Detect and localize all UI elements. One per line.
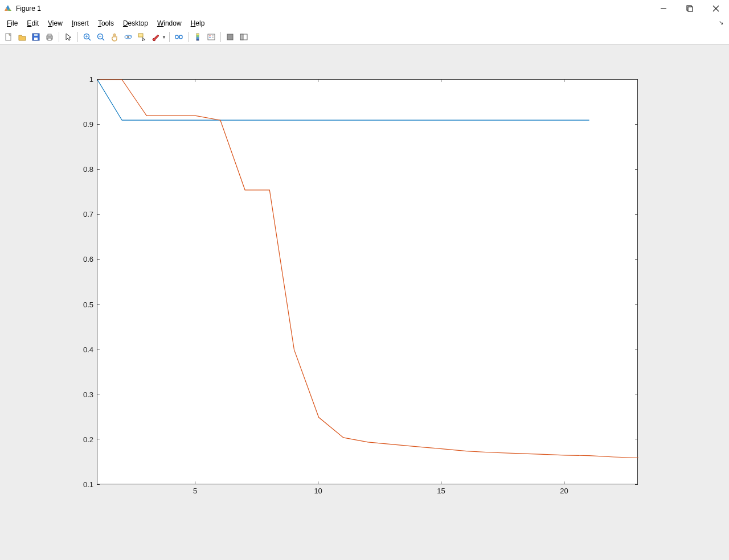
svg-rect-37	[240, 34, 243, 40]
menu-edit[interactable]: Edit	[22, 18, 43, 28]
y-tick-label: 0.5	[71, 300, 93, 308]
x-tick-mark	[564, 79, 564, 82]
plot-lines	[97, 80, 638, 485]
y-tick-label: 0.1	[71, 480, 93, 489]
y-tick-label: 0.9	[71, 120, 93, 129]
toolbar-separator	[59, 32, 59, 42]
brush-button[interactable]	[149, 31, 162, 43]
maximize-button[interactable]	[677, 0, 703, 17]
save-button[interactable]	[30, 31, 42, 43]
y-tick-mark	[635, 169, 638, 170]
y-tick-label: 0.4	[71, 345, 93, 353]
toolbar-separator	[77, 32, 78, 42]
toolbar-separator	[188, 32, 189, 42]
svg-rect-7	[34, 38, 38, 40]
y-tick-mark	[97, 79, 100, 80]
toolbar: ▼	[0, 30, 729, 45]
x-tick-label: 15	[430, 487, 453, 495]
menu-view[interactable]: View	[43, 18, 67, 28]
y-tick-label: 1	[71, 75, 93, 84]
y-tick-mark	[635, 79, 638, 80]
svg-rect-26	[196, 34, 199, 35]
y-tick-mark	[97, 259, 100, 260]
y-tick-label: 0.3	[71, 390, 93, 398]
svg-point-20	[127, 36, 129, 38]
y-tick-mark	[97, 169, 100, 170]
zoom-out-button[interactable]	[95, 31, 107, 43]
x-tick-mark	[195, 481, 195, 484]
svg-line-13	[88, 38, 91, 40]
y-tick-label: 0.8	[71, 165, 93, 174]
svg-rect-8	[34, 34, 38, 36]
y-tick-mark	[97, 349, 100, 349]
x-tick-label: 10	[307, 487, 330, 495]
toolbar-chevron-icon[interactable]: ↘	[719, 19, 723, 26]
svg-rect-28	[196, 37, 199, 39]
svg-rect-21	[138, 34, 143, 37]
menu-insert[interactable]: Insert	[67, 18, 93, 28]
edit-pointer-button[interactable]	[62, 31, 75, 43]
series-series1	[97, 80, 589, 120]
dock-button[interactable]	[237, 31, 250, 43]
y-tick-mark	[635, 484, 638, 485]
y-tick-mark	[635, 304, 638, 304]
y-tick-mark	[635, 259, 638, 260]
y-tick-mark	[97, 394, 100, 394]
window-controls	[650, 0, 729, 17]
menu-bar: File Edit View Insert Tools Desktop Wind…	[0, 17, 729, 30]
x-tick-label: 20	[552, 487, 575, 495]
y-tick-label: 0.6	[71, 255, 93, 263]
open-button[interactable]	[16, 31, 28, 43]
app-icon	[3, 4, 13, 13]
zoom-in-button[interactable]	[81, 31, 93, 43]
svg-rect-11	[48, 38, 51, 40]
y-tick-mark	[635, 439, 638, 439]
y-tick-label: 0.7	[71, 210, 93, 219]
print-button[interactable]	[43, 31, 56, 43]
menu-desktop[interactable]: Desktop	[118, 18, 153, 28]
hide-tools-button[interactable]	[224, 31, 236, 43]
rotate-3d-button[interactable]	[122, 31, 134, 43]
y-tick-mark	[635, 394, 638, 394]
axes[interactable]	[97, 79, 638, 484]
x-tick-mark	[441, 481, 441, 484]
menu-tools[interactable]: Tools	[93, 18, 118, 28]
x-tick-mark	[318, 79, 318, 82]
colorbar-button[interactable]	[191, 31, 204, 43]
svg-rect-30	[208, 34, 215, 40]
legend-button[interactable]	[205, 31, 218, 43]
y-tick-mark	[97, 214, 100, 215]
y-tick-mark	[97, 484, 100, 485]
y-tick-label: 0.2	[71, 435, 93, 443]
y-tick-mark	[97, 304, 100, 304]
data-cursor-button[interactable]	[136, 31, 148, 43]
svg-rect-35	[227, 34, 233, 40]
svg-rect-2	[688, 7, 693, 11]
link-plots-button[interactable]	[173, 31, 185, 43]
x-tick-label: 5	[184, 487, 207, 495]
pan-button[interactable]	[108, 31, 121, 43]
menu-help[interactable]: Help	[186, 18, 210, 28]
close-button[interactable]	[703, 0, 729, 17]
title-bar: Figure 1	[0, 0, 729, 17]
menu-window[interactable]: Window	[153, 18, 186, 28]
toolbar-separator	[169, 32, 170, 42]
svg-line-17	[102, 38, 104, 40]
x-tick-mark	[318, 481, 318, 484]
figure-canvas[interactable]: 0.10.20.30.40.50.60.70.80.915101520	[0, 45, 729, 560]
svg-rect-29	[196, 39, 199, 40]
minimize-button[interactable]	[650, 0, 677, 17]
y-tick-mark	[635, 349, 638, 349]
series-series2	[97, 80, 638, 458]
y-tick-mark	[97, 124, 100, 125]
menu-file[interactable]: File	[2, 18, 22, 28]
window-title: Figure 1	[16, 5, 41, 13]
svg-rect-10	[48, 34, 51, 36]
x-tick-mark	[441, 79, 441, 82]
y-tick-mark	[97, 439, 100, 439]
y-tick-mark	[635, 214, 638, 215]
y-tick-mark	[635, 124, 638, 125]
new-figure-button[interactable]	[2, 31, 15, 43]
brush-dropdown-icon[interactable]: ▼	[162, 35, 166, 40]
svg-rect-27	[196, 35, 199, 37]
